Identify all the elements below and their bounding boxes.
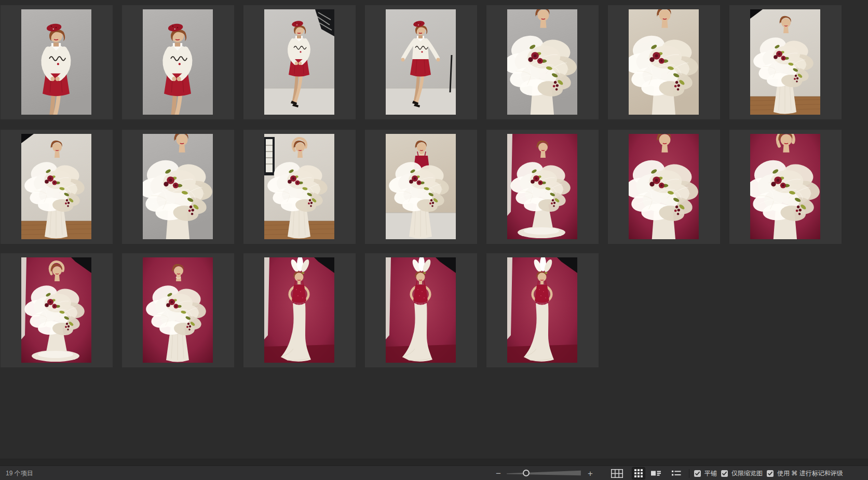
checkmark-icon <box>694 470 701 477</box>
zoom-out-button[interactable]: − <box>494 469 503 478</box>
thumbnail-image <box>507 9 577 115</box>
slider-track <box>507 469 581 477</box>
browser-bottom-divider <box>0 459 868 465</box>
photo-thumbnail-2[interactable] <box>122 5 234 119</box>
toolbar-separator <box>689 469 689 478</box>
photo-thumbnail-3[interactable] <box>243 5 356 119</box>
photo-thumbnail-9[interactable] <box>122 130 234 244</box>
thumbnail-image <box>264 9 334 115</box>
slider-knob[interactable] <box>523 470 530 476</box>
photo-thumbnail-4[interactable] <box>365 5 477 119</box>
thumbnail-image <box>264 257 334 363</box>
thumbnail-size-slider[interactable] <box>507 469 581 477</box>
grid-filled-icon <box>634 469 643 477</box>
browser-toolbar: − + <box>494 466 843 480</box>
photo-thumbnail-11[interactable] <box>365 130 477 244</box>
thumbnail-image <box>21 134 91 239</box>
photo-thumbnail-12[interactable] <box>486 130 599 244</box>
photo-thumbnail-5[interactable] <box>486 5 599 119</box>
checkmark-icon <box>721 470 728 477</box>
photo-thumbnail-8[interactable] <box>1 130 113 244</box>
thumbnail-image <box>750 134 820 239</box>
status-bar: 19 个项目 − + <box>0 465 868 480</box>
item-count-label: 19 个项目 <box>6 466 33 480</box>
thumbnail-image <box>386 134 456 239</box>
zoom-in-button[interactable]: + <box>586 469 594 478</box>
photo-thumbnail-18[interactable] <box>365 253 477 367</box>
thumbnail-image <box>629 134 699 239</box>
photo-browser-window: 19 个项目 − + <box>0 0 868 480</box>
photo-thumbnail-10[interactable] <box>243 130 356 244</box>
tile-checkbox-label[interactable]: 平铺 <box>704 469 717 478</box>
thumbnail-image <box>21 257 91 363</box>
photo-thumbnail-13[interactable] <box>608 130 720 244</box>
grid-outline-icon <box>611 469 623 478</box>
thumbnails-only-checkbox-label[interactable]: 仅限缩览图 <box>731 469 763 478</box>
thumbnail-image <box>264 134 334 239</box>
thumbnail-image <box>143 134 213 239</box>
list-view-button[interactable] <box>669 468 684 478</box>
thumbnails-only-checkbox[interactable] <box>721 470 728 477</box>
checkmark-icon <box>767 470 774 477</box>
photo-thumbnail-14[interactable] <box>729 130 842 244</box>
thumbnail-info-icon <box>651 470 661 476</box>
photo-thumbnail-15[interactable] <box>1 253 113 367</box>
thumbnail-image <box>507 257 577 363</box>
use-cmd-rating-checkbox[interactable] <box>767 470 774 477</box>
photo-thumbnail-19[interactable] <box>486 253 599 367</box>
thumbnails-with-info-view-button[interactable] <box>648 468 663 478</box>
thumbnail-image <box>386 257 456 363</box>
thumbnail-image <box>21 9 91 115</box>
list-icon <box>672 470 681 476</box>
photo-thumbnail-17[interactable] <box>243 253 356 367</box>
thumbnail-image <box>629 9 699 115</box>
photo-thumbnail-6[interactable] <box>608 5 720 119</box>
grid-overlay-button[interactable] <box>608 467 626 480</box>
thumbnails-view-button[interactable] <box>632 467 645 479</box>
use-cmd-rating-checkbox-label[interactable]: 使用 ⌘ 进行标记和评级 <box>777 469 843 478</box>
thumbnail-image <box>143 9 213 115</box>
photo-thumbnail-1[interactable] <box>1 5 113 119</box>
thumbnail-image <box>507 134 577 239</box>
photo-thumbnail-16[interactable] <box>122 253 234 367</box>
photo-thumbnail-7[interactable] <box>729 5 842 119</box>
tile-checkbox[interactable] <box>694 470 701 477</box>
thumbnail-grid <box>0 0 868 459</box>
thumbnail-image <box>750 9 820 115</box>
thumbnail-image <box>386 9 456 115</box>
thumbnail-image <box>143 257 213 363</box>
